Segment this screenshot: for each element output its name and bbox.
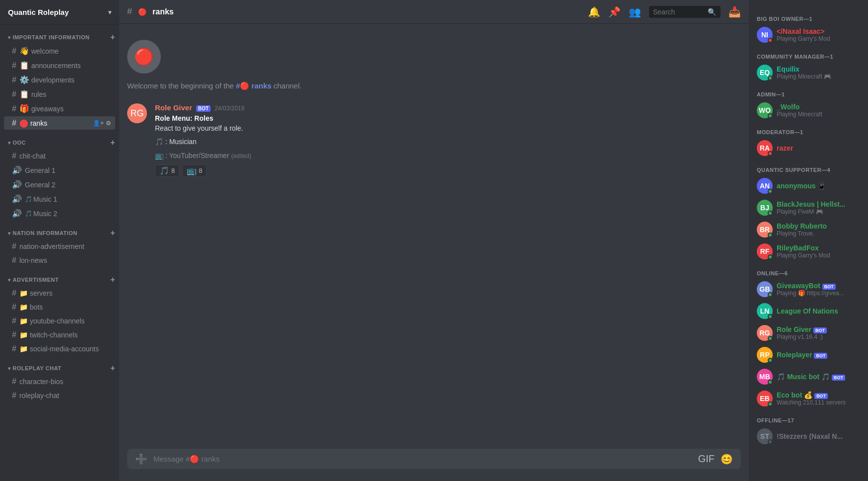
channel-name: welcome xyxy=(31,47,111,55)
member-sub: Playing v1.16.4 :) xyxy=(777,333,860,340)
channel-rules[interactable]: # 📋 rules xyxy=(4,87,115,101)
category-add-btn[interactable]: + xyxy=(110,33,115,42)
channel-voice-icon: 🔊 xyxy=(12,180,22,189)
member-blackjesus[interactable]: BJ BlackJesus | Hellst... Playing FiveM … xyxy=(753,197,864,219)
member-league-of-nations[interactable]: LN League Of Nations xyxy=(753,300,864,322)
channel-servers[interactable]: # 📁 servers xyxy=(4,287,115,300)
header-search-box[interactable]: 🔍 xyxy=(649,6,721,18)
channel-developments[interactable]: # ⚙️ developments xyxy=(4,73,115,86)
bell-icon[interactable]: 🔔 xyxy=(588,6,600,18)
category-ooc-add-btn[interactable]: + xyxy=(110,138,115,147)
message-text: Role Menu: Roles React to give yourself … xyxy=(155,114,741,160)
channel-announcements[interactable]: # 📋 announcements xyxy=(4,59,115,72)
channel-voice-icon: 🔊 xyxy=(12,194,22,204)
add-attachment-btn[interactable]: ➕ xyxy=(135,453,147,465)
category-nation-add-btn[interactable]: + xyxy=(110,229,115,238)
message-group: RG Role Giver BOT 24/03/2019 Role Menu: … xyxy=(127,102,741,178)
server-header[interactable]: Quantic Roleplay ▾ xyxy=(0,0,119,25)
category-roleplay-chat[interactable]: ▾ROLEPLAY CHAT + xyxy=(0,356,119,375)
channel-emoji-icon: 🎁 xyxy=(19,104,29,113)
folder-icon: 📁 xyxy=(19,289,28,297)
channel-actions: 👤+ ⚙ xyxy=(93,120,111,127)
gif-btn[interactable]: GIF xyxy=(698,453,715,465)
category-nation-information[interactable]: ▾NATION INFORMATION + xyxy=(0,221,119,240)
pin-icon[interactable]: 📌 xyxy=(608,6,621,18)
category-label: ▾ADVERTISMENT xyxy=(8,277,59,283)
member-bobby-ruberto[interactable]: BR Bobby Ruberto Playing Trove. xyxy=(753,219,864,240)
message-input[interactable] xyxy=(153,449,692,469)
reaction-music[interactable]: 🎵 8 xyxy=(155,164,179,177)
channel-chit-chat[interactable]: # chit-chat xyxy=(4,150,115,162)
member-name: 🎵 Music bot 🎵 BOT xyxy=(777,373,860,381)
channel-hash-icon: # xyxy=(12,344,16,353)
status-dot-offline xyxy=(768,439,773,444)
channel-name: bots xyxy=(30,303,111,311)
member-role-giver[interactable]: RG Role Giver BOT Playing v1.16.4 :) xyxy=(753,322,864,344)
add-member-icon[interactable]: 👤+ xyxy=(93,120,104,127)
channel-start: 🔴 Welcome to the beginning of the #🔴 ran… xyxy=(127,32,741,102)
member-razer[interactable]: RA razer xyxy=(753,137,864,159)
channel-welcome[interactable]: # 👋 welcome xyxy=(4,44,115,58)
inbox-icon[interactable]: 📥 xyxy=(728,6,741,18)
message-input-bar: ➕ GIF 😊 xyxy=(119,449,749,481)
channel-hash-icon: # xyxy=(12,47,16,56)
member-info: anonymous 📱 xyxy=(777,182,860,190)
reaction-emoji: 🎵 xyxy=(159,166,169,175)
channel-social-media-accounts[interactable]: # 📁 social-media-accounts xyxy=(4,342,115,355)
category-label: ▾IMPORTANT INFORMATION xyxy=(8,34,89,40)
channel-general-1[interactable]: 🔊 General 1 xyxy=(4,163,115,177)
channel-general-2[interactable]: 🔊 General 2 xyxy=(4,178,115,191)
channel-name: Music 1 xyxy=(33,195,111,203)
channel-name: lon-news xyxy=(19,256,111,264)
member-avatar: GB xyxy=(757,281,773,297)
channel-name: chit-chat xyxy=(19,152,111,160)
folder-icon: 📁 xyxy=(19,317,28,325)
channel-lon-news[interactable]: # lon-news xyxy=(4,254,115,267)
category-important-information[interactable]: ▾IMPORTANT INFORMATION + xyxy=(0,25,119,44)
member-category-online: ONLINE—6 xyxy=(753,262,864,278)
channel-nation-advertisement[interactable]: # nation-advertisement xyxy=(4,240,115,253)
settings-icon[interactable]: ⚙ xyxy=(106,120,111,127)
member-stezzers[interactable]: ST !Stezzers (Naxal N... xyxy=(753,425,864,447)
channel-ranks[interactable]: # ⬤ ranks 👤+ ⚙ xyxy=(4,116,115,130)
channel-character-bios[interactable]: # character-bios xyxy=(4,375,115,388)
reaction-streamer[interactable]: 📺 8 xyxy=(182,164,207,177)
emoji-btn[interactable]: 😊 xyxy=(721,453,733,465)
channel-emoji-icon: 🎵 xyxy=(25,210,32,217)
category-ooc[interactable]: ▾OOC + xyxy=(0,130,119,149)
member-rileybadFox[interactable]: RF RileyBadFox Playing Garry's Mod xyxy=(753,240,864,262)
member-giveawaybot[interactable]: GB GiveawayBot BOT Playing 🎁 https://giv… xyxy=(753,278,864,300)
member-avatar: AN xyxy=(757,178,773,194)
category-advertisment[interactable]: ▾ADVERTISMENT + xyxy=(0,267,119,286)
members-icon[interactable]: 👥 xyxy=(629,6,641,18)
category-roleplay-add-btn[interactable]: + xyxy=(110,364,115,373)
member-wolfo[interactable]: WO _Wolfo Playing Minecraft xyxy=(753,99,864,121)
channel-music-1[interactable]: 🔊 🎵 Music 1 xyxy=(4,192,115,206)
member-avatar: NI xyxy=(757,27,773,43)
member-info: Roleplayer BOT xyxy=(777,351,860,359)
status-dot-dnd xyxy=(768,151,773,156)
channel-status-dot: 🔴 xyxy=(138,8,146,16)
channel-hash-icon: # xyxy=(12,317,16,325)
bot-badge: BOT xyxy=(196,105,211,112)
channel-youtube-channels[interactable]: # 📁 youtube-channels xyxy=(4,315,115,327)
member-naxal-isaac[interactable]: NI </Naxal Isaac> Playing Garry's Mod xyxy=(753,24,864,46)
member-name: GiveawayBot BOT xyxy=(777,282,860,290)
channel-name: nation-advertisement xyxy=(19,242,111,250)
channel-giveaways[interactable]: # 🎁 giveaways xyxy=(4,102,115,115)
channel-twitch-channels[interactable]: # 📁 twitch-channels xyxy=(4,328,115,341)
member-roleplayer[interactable]: RP Roleplayer BOT xyxy=(753,344,864,366)
category-advertisment-add-btn[interactable]: + xyxy=(110,275,115,284)
member-anonymous[interactable]: AN anonymous 📱 xyxy=(753,175,864,197)
member-info: Equilix Playing Minecraft 🎮 xyxy=(777,65,860,80)
member-info: GiveawayBot BOT Playing 🎁 https://givea.… xyxy=(777,282,860,297)
member-music-bot[interactable]: MB 🎵 Music bot 🎵 BOT xyxy=(753,366,864,388)
channel-hash-icon: # xyxy=(12,76,16,84)
channel-music-2[interactable]: 🔊 🎵 Music 2 xyxy=(4,207,115,220)
channel-bots[interactable]: # 📁 bots xyxy=(4,301,115,314)
member-eco-bot[interactable]: EB Eco bot 💰 BOT Watching 210,111 server… xyxy=(753,388,864,409)
channel-roleplay-chat[interactable]: # roleplay-chat xyxy=(4,389,115,402)
search-input[interactable] xyxy=(653,8,708,16)
category-label: ▾ROLEPLAY CHAT xyxy=(8,365,61,371)
member-equilix[interactable]: EQ Equilix Playing Minecraft 🎮 xyxy=(753,62,864,83)
